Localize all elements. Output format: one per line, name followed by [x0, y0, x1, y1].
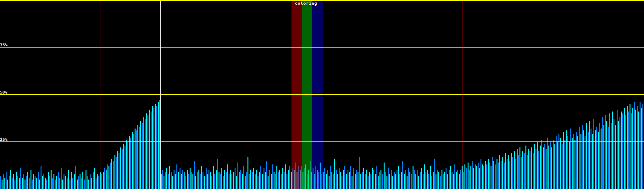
- bar: [143, 117, 144, 189]
- bar: [178, 172, 179, 189]
- bar: [288, 170, 289, 189]
- bar: [271, 174, 272, 189]
- bar: [531, 147, 532, 189]
- bar: [502, 157, 503, 189]
- bar: [495, 164, 496, 189]
- bar: [352, 176, 353, 189]
- bar: [421, 168, 422, 189]
- bar: [454, 164, 455, 189]
- bar: [190, 168, 191, 189]
- bar: [315, 166, 316, 189]
- bar: [440, 176, 441, 189]
- bar: [6, 172, 7, 189]
- bar: [411, 174, 412, 189]
- bar: [521, 157, 522, 189]
- bar: [399, 174, 400, 189]
- bar: [279, 170, 280, 189]
- bar: [524, 153, 525, 189]
- bar: [31, 170, 31, 189]
- bar: [98, 176, 99, 189]
- bar: [489, 163, 490, 189]
- bar: [292, 168, 293, 189]
- bar: [151, 112, 152, 189]
- top-border-line: [0, 0, 644, 1]
- bar: [431, 176, 432, 189]
- bar: [135, 129, 136, 189]
- bar: [556, 136, 557, 189]
- bar: [553, 140, 554, 189]
- bar: [119, 153, 119, 189]
- bar: [365, 174, 366, 189]
- bar: [441, 170, 442, 189]
- bar: [311, 172, 312, 189]
- bar: [425, 172, 426, 189]
- bar: [132, 132, 133, 189]
- bar: [533, 153, 534, 189]
- bar: [32, 180, 33, 189]
- bar: [438, 172, 439, 189]
- bar: [81, 178, 82, 189]
- bar: [436, 174, 436, 189]
- bar: [207, 174, 208, 189]
- bar: [58, 172, 59, 189]
- bar: [187, 170, 188, 189]
- bar: [423, 174, 424, 189]
- bar: [289, 166, 290, 189]
- bar: [492, 157, 493, 189]
- axis-label-25: 25%: [0, 137, 7, 141]
- bar: [369, 172, 370, 189]
- bar: [149, 110, 150, 189]
- bar: [43, 174, 44, 189]
- bar: [145, 119, 146, 189]
- bar: [110, 163, 111, 189]
- bar: [77, 180, 78, 189]
- bar: [129, 136, 130, 189]
- bar: [23, 174, 24, 189]
- bar: [242, 174, 243, 189]
- bar: [546, 149, 547, 189]
- bar: [39, 180, 40, 189]
- bar: [46, 180, 47, 189]
- bar: [42, 176, 43, 189]
- bar: [159, 100, 160, 189]
- bar: [350, 166, 351, 189]
- bar: [380, 170, 381, 189]
- bar: [230, 170, 231, 189]
- bar: [281, 174, 282, 189]
- bar: [301, 166, 302, 189]
- bar: [276, 166, 277, 189]
- bar: [275, 174, 276, 189]
- bar: [482, 164, 483, 189]
- bar: [38, 172, 39, 189]
- axis-label-50: 50%: [0, 90, 7, 94]
- bar: [619, 117, 620, 189]
- bar: [593, 119, 594, 189]
- bar: [543, 147, 544, 189]
- bar: [627, 106, 628, 189]
- bar: [562, 144, 563, 189]
- bar: [133, 134, 134, 189]
- bar: [598, 132, 599, 189]
- bar: [337, 174, 338, 189]
- bar: [139, 127, 140, 189]
- bar: [430, 166, 431, 189]
- bar: [64, 174, 64, 189]
- bar: [41, 166, 42, 189]
- bar: [427, 170, 428, 189]
- bar: [26, 176, 27, 189]
- bar: [182, 170, 183, 189]
- bar: [17, 176, 18, 189]
- bar: [628, 112, 629, 189]
- bar: [94, 168, 95, 189]
- bar: [12, 178, 13, 189]
- bar: [446, 168, 447, 189]
- bar: [36, 178, 37, 189]
- bar: [300, 170, 301, 189]
- bar: [195, 176, 196, 189]
- band-maroon: [291, 1, 302, 189]
- bar: [122, 149, 123, 189]
- bar: [253, 168, 254, 189]
- bar: [324, 168, 325, 189]
- bar: [385, 172, 386, 189]
- bar: [457, 170, 458, 189]
